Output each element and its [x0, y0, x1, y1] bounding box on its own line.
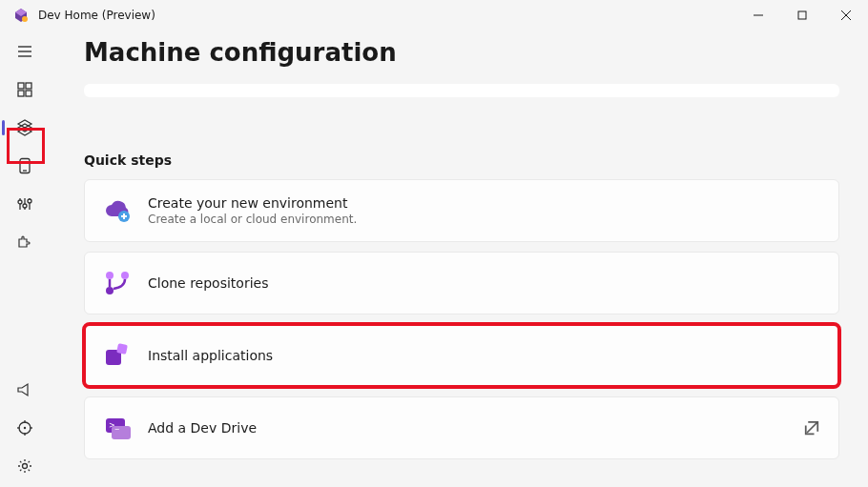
nav-utilities[interactable]: [6, 187, 44, 221]
card-add-dev-drive[interactable]: >_ Add a Dev Drive: [84, 396, 839, 459]
nav-dashboard[interactable]: [6, 72, 44, 107]
sidebar-rail: [0, 30, 50, 487]
git-branch-icon: [102, 268, 133, 298]
svg-point-32: [106, 287, 114, 294]
minimize-button[interactable]: [736, 0, 780, 30]
dev-drive-icon: >_: [102, 413, 133, 443]
maximize-button[interactable]: [780, 0, 824, 30]
apps-install-icon: [102, 340, 133, 371]
close-button[interactable]: [824, 0, 868, 30]
svg-rect-9: [26, 83, 31, 89]
card-title: Clone repositories: [148, 275, 821, 291]
window-controls: [736, 0, 868, 30]
banner-placeholder: [84, 84, 839, 97]
card-install-applications[interactable]: Install applications: [84, 324, 839, 387]
app-icon: [13, 8, 29, 23]
cloud-plus-icon: [102, 195, 133, 226]
card-title: Add a Dev Drive: [148, 420, 802, 436]
window-title: Dev Home (Preview): [38, 9, 155, 22]
nav-extensions[interactable]: [6, 225, 44, 259]
svg-point-31: [121, 272, 129, 279]
nav-machine-configuration[interactable]: [6, 111, 44, 145]
svg-point-15: [18, 200, 22, 204]
svg-point-19: [28, 199, 31, 203]
titlebar: Dev Home (Preview): [0, 0, 868, 30]
card-create-environment[interactable]: Create your new environment Create a loc…: [84, 179, 839, 242]
main-content: Machine configuration Quick steps Create…: [50, 30, 868, 487]
hamburger-menu[interactable]: [6, 34, 44, 69]
svg-rect-34: [116, 343, 128, 355]
nav-feedback[interactable]: [6, 411, 44, 445]
card-subtitle: Create a local or cloud environment.: [148, 213, 821, 226]
nav-settings[interactable]: [6, 449, 44, 483]
nav-environments[interactable]: [6, 149, 44, 183]
svg-point-21: [24, 427, 26, 429]
svg-point-30: [106, 272, 114, 279]
card-clone-repositories[interactable]: Clone repositories: [84, 252, 839, 315]
svg-text:>_: >_: [109, 421, 120, 430]
svg-point-0: [22, 16, 28, 22]
svg-point-26: [23, 464, 28, 469]
card-title: Install applications: [148, 348, 821, 363]
card-title: Create your new environment: [148, 195, 821, 211]
svg-rect-2: [798, 11, 806, 19]
svg-point-17: [23, 204, 27, 208]
svg-rect-11: [26, 91, 31, 96]
nav-whats-new[interactable]: [6, 373, 44, 407]
svg-rect-8: [18, 83, 24, 89]
quick-steps-heading: Quick steps: [84, 152, 839, 168]
svg-rect-10: [18, 91, 24, 96]
page-title: Machine configuration: [84, 38, 839, 67]
open-external-icon: [802, 418, 821, 437]
